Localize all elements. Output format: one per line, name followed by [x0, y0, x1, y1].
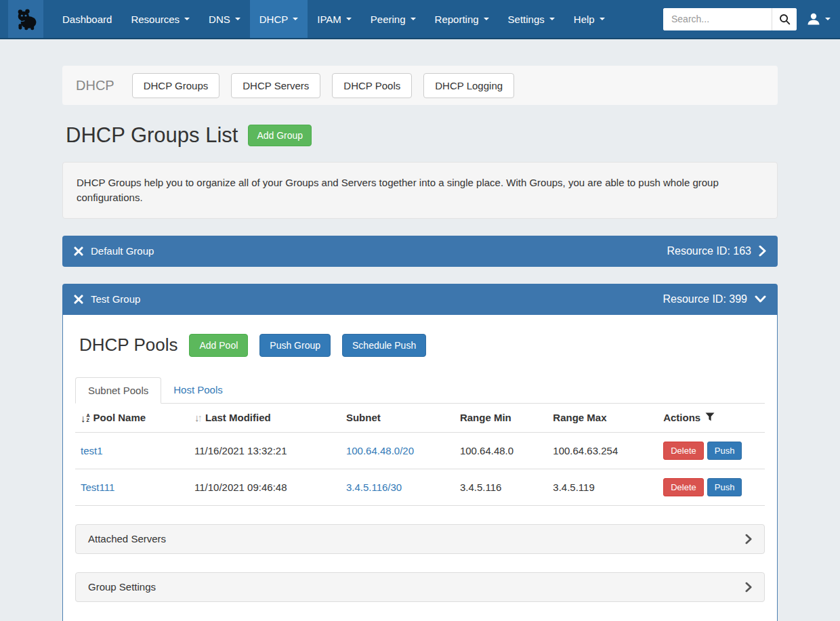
page-title: DHCP Groups List	[66, 123, 238, 148]
nav-item-label: Dashboard	[62, 14, 112, 25]
push-pool-button[interactable]: Push	[707, 442, 742, 460]
dhcp-module-header: DHCP DHCP Groups DHCP Servers DHCP Pools…	[62, 66, 778, 105]
group-header-right: Resource ID: 399	[663, 293, 766, 305]
nav-item-label: Settings	[508, 14, 545, 25]
table-row: test1 11/16/2021 13:32:21 100.64.48.0/20…	[75, 432, 765, 469]
app-logo[interactable]	[8, 0, 43, 38]
table-row: Test111 11/10/2021 09:46:48 3.4.5.116/30…	[75, 469, 765, 505]
group-header-left: Default Group	[74, 245, 154, 257]
group-panel-test: Test Group Resource ID: 399 DHCP Pools A…	[62, 284, 778, 621]
chevron-down-icon	[549, 18, 555, 20]
filter-icon[interactable]	[705, 412, 715, 423]
pool-name-link[interactable]: Test111	[81, 481, 114, 493]
sort-arrow: ↓	[81, 412, 86, 424]
nav-item-resources[interactable]: Resources	[121, 0, 199, 38]
nav-item-label: Peering	[371, 14, 406, 25]
section-label: Group Settings	[88, 581, 156, 593]
group-name: Default Group	[91, 245, 154, 257]
push-pool-button[interactable]: Push	[707, 478, 742, 496]
chevron-down-icon	[293, 18, 298, 20]
navbar-right	[663, 0, 840, 38]
column-label: Range Min	[460, 412, 511, 423]
nav-item-settings[interactable]: Settings	[499, 0, 564, 38]
dhcp-servers-button[interactable]: DHCP Servers	[231, 73, 320, 98]
nav-item-reporting[interactable]: Reporting	[425, 0, 499, 38]
search-bar	[663, 8, 797, 30]
range-max-value: 3.4.5.119	[553, 481, 594, 493]
group-panel-default: Default Group Resource ID: 163	[62, 236, 778, 267]
nav-item-label: Resources	[131, 14, 180, 25]
dhcp-pools-button[interactable]: DHCP Pools	[332, 73, 412, 98]
column-range-min[interactable]: Range Min	[455, 404, 547, 433]
column-range-max[interactable]: Range Max	[547, 404, 658, 433]
nav-item-ipam[interactable]: IPAM	[308, 0, 361, 38]
nav-item-label: DNS	[209, 14, 230, 25]
last-modified-value: 11/16/2021 13:32:21	[194, 445, 287, 456]
top-navbar: Dashboard Resources DNS DHCP IPAM Peerin…	[0, 0, 840, 39]
dhcp-groups-button[interactable]: DHCP Groups	[132, 73, 220, 98]
group-header-default[interactable]: Default Group Resource ID: 163	[62, 236, 778, 267]
last-modified-value: 11/10/2021 09:46:48	[194, 481, 287, 493]
subnet-link[interactable]: 3.4.5.116/30	[346, 481, 402, 493]
chevron-right-icon[interactable]	[759, 245, 766, 257]
schedule-push-button[interactable]: Schedule Push	[342, 334, 426, 357]
tab-host-pools[interactable]: Host Pools	[161, 377, 235, 403]
remove-group-icon[interactable]	[74, 295, 83, 304]
sort-alpha-asc-icon[interactable]: ↓AZ	[81, 412, 90, 424]
group-panel-body: DHCP Pools Add Pool Push Group Schedule …	[62, 315, 778, 621]
subnet-link[interactable]: 100.64.48.0/20	[346, 445, 414, 456]
user-icon	[807, 12, 820, 26]
column-last-modified[interactable]: ↓↑Last Modified	[189, 404, 341, 433]
group-header-right: Resource ID: 163	[667, 245, 766, 257]
nav-item-label: DHCP	[259, 14, 289, 25]
sort-icon[interactable]: ↓↑	[194, 412, 203, 423]
search-button[interactable]	[772, 8, 797, 30]
nav-item-dashboard[interactable]: Dashboard	[53, 0, 121, 38]
column-pool-name[interactable]: ↓AZPool Name	[75, 404, 189, 433]
resource-id-label: Resource ID: 163	[667, 245, 751, 257]
pools-header: DHCP Pools Add Pool Push Group Schedule …	[75, 334, 765, 357]
dhcp-logging-button[interactable]: DHCP Logging	[423, 73, 514, 98]
search-input[interactable]	[663, 8, 772, 30]
push-group-button[interactable]: Push Group	[259, 334, 331, 357]
column-label: Range Max	[553, 412, 606, 423]
pool-name-link[interactable]: test1	[81, 445, 103, 456]
nav-item-peering[interactable]: Peering	[361, 0, 425, 38]
range-min-value: 100.64.48.0	[460, 445, 513, 456]
chevron-down-icon	[346, 18, 352, 20]
user-menu[interactable]	[807, 12, 831, 26]
delete-pool-button[interactable]: Delete	[663, 442, 704, 460]
column-actions: Actions	[658, 404, 765, 433]
chevron-right-icon	[745, 582, 752, 593]
subnet-pools-table: ↓AZPool Name ↓↑Last Modified Subnet Rang…	[75, 404, 765, 506]
chevron-down-icon	[411, 18, 416, 20]
chevron-down-icon	[184, 18, 190, 20]
nav-item-dhcp[interactable]: DHCP	[250, 0, 308, 38]
column-label: Subnet	[346, 412, 381, 423]
chevron-down-icon[interactable]	[755, 295, 766, 303]
panda-logo-icon	[14, 7, 38, 30]
nav-item-dns[interactable]: DNS	[199, 0, 250, 38]
range-min-value: 3.4.5.116	[460, 481, 501, 493]
nav-item-label: Reporting	[435, 14, 479, 25]
attached-servers-bar[interactable]: Attached Servers	[75, 524, 765, 554]
resource-id-label: Resource ID: 399	[663, 293, 747, 305]
pools-title: DHCP Pools	[79, 335, 177, 356]
remove-group-icon[interactable]	[74, 247, 83, 256]
nav-item-label: IPAM	[317, 14, 341, 25]
chevron-down-icon	[235, 18, 240, 20]
chevron-down-icon	[825, 18, 831, 20]
page-title-row: DHCP Groups List Add Group	[62, 123, 778, 148]
nav-item-help[interactable]: Help	[564, 0, 614, 38]
delete-pool-button[interactable]: Delete	[663, 478, 704, 496]
group-header-test[interactable]: Test Group Resource ID: 399	[62, 284, 778, 315]
column-subnet[interactable]: Subnet	[341, 404, 455, 433]
sort-letter-z: Z	[87, 418, 90, 423]
tab-subnet-pools[interactable]: Subnet Pools	[75, 377, 161, 404]
add-pool-button[interactable]: Add Pool	[189, 334, 248, 357]
column-label: Pool Name	[93, 412, 146, 423]
group-header-left: Test Group	[74, 293, 140, 305]
add-group-button[interactable]: Add Group	[248, 125, 312, 146]
range-max-value: 100.64.63.254	[553, 445, 618, 456]
group-settings-bar[interactable]: Group Settings	[75, 572, 765, 602]
